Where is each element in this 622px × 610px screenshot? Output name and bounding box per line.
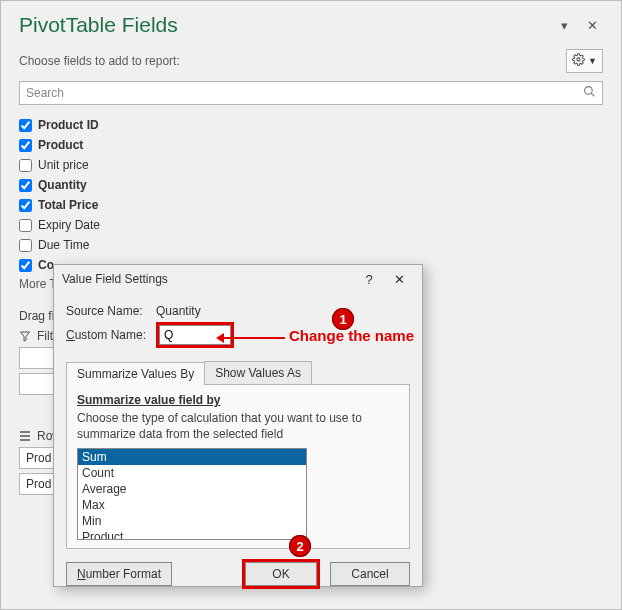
calculation-option[interactable]: Average: [78, 481, 306, 497]
dialog-buttons: Number Format OK Cancel: [54, 549, 422, 599]
search-placeholder: Search: [26, 86, 583, 100]
panel-title: PivotTable Fields: [19, 13, 547, 37]
field-item[interactable]: Unit price: [19, 155, 603, 175]
search-input[interactable]: Search: [19, 81, 603, 105]
annotation-arrow: [219, 337, 285, 339]
field-checkbox[interactable]: [19, 239, 32, 252]
source-name-value: Quantity: [156, 304, 201, 318]
ok-highlight: OK: [242, 559, 320, 589]
subtitle-text: Choose fields to add to report:: [19, 54, 566, 68]
rows-item-label: Prod: [26, 477, 51, 491]
calculation-listbox[interactable]: SumCountAverageMaxMinProduct: [77, 448, 307, 540]
field-item[interactable]: Product ID: [19, 115, 603, 135]
field-label: Co: [38, 258, 54, 272]
annotation-marker-2: 2: [289, 535, 311, 557]
field-label: Product: [38, 138, 83, 152]
custom-name-label: Custom Name:: [66, 328, 156, 342]
field-item[interactable]: Expiry Date: [19, 215, 603, 235]
field-item[interactable]: Total Price: [19, 195, 603, 215]
field-checkbox[interactable]: [19, 219, 32, 232]
search-icon: [583, 85, 596, 101]
source-name-label: Source Name:: [66, 304, 156, 318]
field-checkbox[interactable]: [19, 159, 32, 172]
help-button[interactable]: ?: [354, 269, 384, 289]
svg-marker-3: [21, 332, 30, 341]
summarize-heading: Summarize value field by: [77, 393, 399, 407]
search-wrap: Search: [1, 81, 621, 115]
tab-panel-summarize: Summarize value field by Choose the type…: [66, 385, 410, 549]
subtitle-row: Choose fields to add to report: ▼: [1, 43, 621, 81]
cancel-button[interactable]: Cancel: [330, 562, 410, 586]
filter-icon: [19, 330, 31, 342]
field-label: Total Price: [38, 198, 98, 212]
svg-point-0: [577, 58, 580, 61]
tabs-row: Summarize Values By Show Values As: [66, 361, 410, 385]
field-list: Product IDProductUnit priceQuantityTotal…: [1, 115, 621, 275]
annotation-text: Change the name: [289, 327, 414, 344]
dialog-title: Value Field Settings: [62, 272, 354, 286]
field-checkbox[interactable]: [19, 119, 32, 132]
panel-header: PivotTable Fields ▾ ✕: [1, 1, 621, 43]
calculation-option[interactable]: Count: [78, 465, 306, 481]
field-label: Expiry Date: [38, 218, 100, 232]
field-label: Unit price: [38, 158, 89, 172]
field-checkbox[interactable]: [19, 139, 32, 152]
close-button[interactable]: ✕: [384, 269, 414, 289]
svg-point-1: [585, 87, 593, 95]
field-checkbox[interactable]: [19, 179, 32, 192]
summarize-description: Choose the type of calculation that you …: [77, 411, 399, 442]
calculation-option[interactable]: Min: [78, 513, 306, 529]
source-name-row: Source Name: Quantity: [66, 299, 410, 323]
ok-button[interactable]: OK: [245, 562, 317, 586]
annotation-marker-1: 1: [332, 308, 354, 330]
calculation-option[interactable]: Product: [78, 529, 306, 540]
field-item[interactable]: Due Time: [19, 235, 603, 255]
dialog-titlebar: Value Field Settings ? ✕: [54, 265, 422, 293]
rows-icon: [19, 430, 31, 442]
pivot-fields-panel: PivotTable Fields ▾ ✕ Choose fields to a…: [0, 0, 622, 610]
tab-summarize-values-by[interactable]: Summarize Values By: [66, 362, 205, 385]
close-icon[interactable]: ✕: [581, 14, 603, 36]
field-label: Product ID: [38, 118, 99, 132]
field-list-options-button[interactable]: ▼: [566, 49, 603, 73]
number-format-button[interactable]: Number Format: [66, 562, 172, 586]
tab-show-values-as[interactable]: Show Values As: [204, 361, 312, 384]
rows-item-label: Prod: [26, 451, 51, 465]
svg-line-2: [591, 93, 594, 96]
field-checkbox[interactable]: [19, 259, 32, 272]
field-item[interactable]: Product: [19, 135, 603, 155]
dropdown-icon[interactable]: ▾: [553, 14, 575, 36]
calculation-option[interactable]: Max: [78, 497, 306, 513]
field-label: Due Time: [38, 238, 89, 252]
chevron-down-icon: ▼: [588, 56, 597, 66]
field-label: Quantity: [38, 178, 87, 192]
calculation-option[interactable]: Sum: [78, 449, 306, 465]
value-field-settings-dialog: Value Field Settings ? ✕ Source Name: Qu…: [53, 264, 423, 587]
field-item[interactable]: Quantity: [19, 175, 603, 195]
field-checkbox[interactable]: [19, 199, 32, 212]
gear-icon: [572, 53, 585, 69]
